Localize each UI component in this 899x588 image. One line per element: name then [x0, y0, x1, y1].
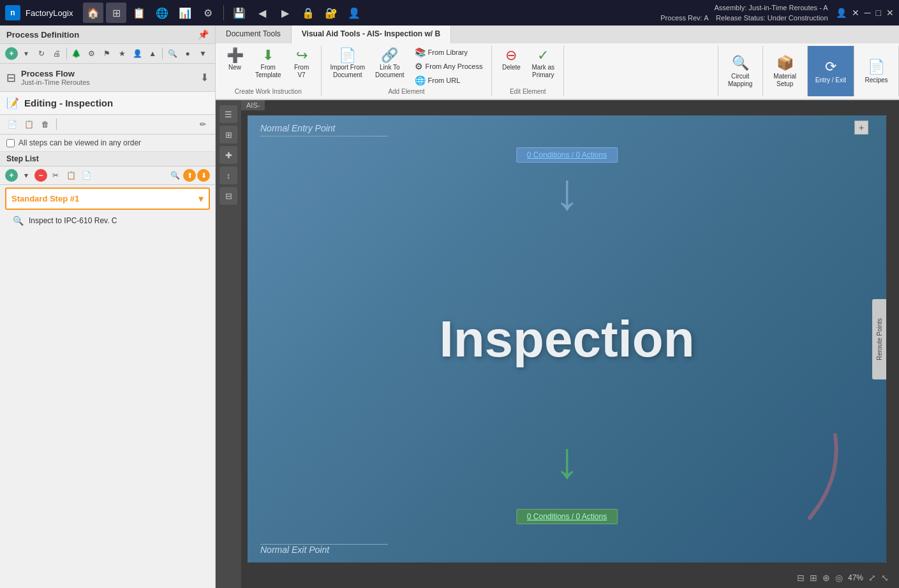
table-icon[interactable]: 📊	[175, 3, 195, 23]
vs-btn-4[interactable]: ↕	[219, 166, 237, 184]
zoom-icon-5[interactable]: ⤢	[868, 573, 876, 583]
recipes-button[interactable]: 📄 Recipes	[854, 46, 899, 96]
paste-icon[interactable]: 📄	[79, 168, 93, 182]
conditions-bar-top[interactable]: 0 Conditions / 0 Actions	[516, 147, 618, 163]
ribbon-tabs: Document Tools Visual Aid Tools - AIS- I…	[216, 26, 899, 43]
zoom-icon-3[interactable]: ⊕	[822, 573, 830, 583]
delete-step-icon[interactable]: 🗑	[38, 117, 52, 131]
editing-title: Editing - Inspection	[24, 98, 113, 108]
close-profile-icon[interactable]: ✕	[852, 8, 859, 18]
save-icon[interactable]: 💾	[229, 3, 249, 23]
delete-label: Delete	[502, 64, 521, 71]
from-any-process-button[interactable]: ⚙ From Any Process	[411, 60, 487, 73]
gear-icon[interactable]: ⚙	[198, 3, 218, 23]
toolbar-icons: 🏠 ⊞ 📋 🌐 📊 ⚙ 💾 ◀ ▶ 🔒 🔐 👤	[83, 3, 660, 23]
search-icon[interactable]: 🔍	[165, 47, 179, 61]
from-v7-button[interactable]: ↪ FromV7	[288, 46, 316, 82]
circuit-mapping-button[interactable]: 🔍 CircuitMapping	[718, 46, 763, 96]
down-icon[interactable]: ▼	[196, 47, 210, 61]
back-icon[interactable]: ◀	[252, 3, 272, 23]
remove-step-button[interactable]: −	[34, 169, 47, 182]
entry-exit-button[interactable]: ⟳ Entry / Exit	[808, 46, 854, 96]
zoom-icon-4[interactable]: ◎	[835, 573, 843, 583]
import-from-document-button[interactable]: 📄 Import FromDocument	[327, 46, 369, 82]
material-setup-button[interactable]: 📦 MaterialSetup	[763, 46, 808, 96]
person-icon[interactable]: 👤	[130, 47, 144, 61]
lock-icon[interactable]: 🔒	[298, 3, 318, 23]
step-item-expand-icon[interactable]: ▾	[198, 193, 204, 205]
zoom-icon-6[interactable]: ⤡	[881, 573, 889, 583]
canvas-add-button[interactable]: +	[854, 121, 868, 135]
import-label: Import FromDocument	[331, 64, 365, 79]
filter-icon[interactable]: ⚙	[85, 47, 99, 61]
user-icon[interactable]: 👤	[344, 3, 364, 23]
panel-header: Process Definition 📌	[0, 26, 215, 44]
home-icon[interactable]: 🏠	[83, 3, 103, 23]
star-icon[interactable]: ★	[115, 47, 129, 61]
down2-btn[interactable]: ⬇	[197, 169, 210, 182]
delete-button[interactable]: ⊖ Delete	[497, 46, 525, 74]
link-to-document-button[interactable]: 🔗 Link ToDocument	[371, 46, 408, 82]
circle-icon[interactable]: ●	[181, 47, 195, 61]
zoom-icon-1[interactable]: ⊟	[797, 573, 805, 583]
tree-icon[interactable]: 🌲	[70, 47, 84, 61]
dropdown-btn[interactable]: ▾	[19, 47, 33, 61]
forward-icon[interactable]: ▶	[275, 3, 295, 23]
refresh-icon[interactable]: ↻	[34, 47, 48, 61]
copy-step-icon[interactable]: 📋	[22, 117, 36, 131]
vs-btn-1[interactable]: ☰	[219, 105, 237, 123]
restore-icon[interactable]: □	[876, 8, 881, 18]
close-icon[interactable]: ✕	[886, 8, 894, 18]
from-library-button[interactable]: 📚 From Library	[411, 46, 487, 59]
print-icon[interactable]: 🖨	[50, 47, 64, 61]
sep3	[56, 119, 57, 130]
mark-as-primary-button[interactable]: ✓ Mark asPrimary	[528, 46, 558, 82]
edit-step-icon[interactable]: ✏	[196, 117, 210, 131]
any-order-checkbox[interactable]	[6, 139, 15, 147]
grid-icon[interactable]: ⊞	[106, 3, 126, 23]
new-step-icon[interactable]: 📄	[5, 117, 19, 131]
exit-line	[260, 544, 388, 545]
normal-exit-label: Normal Exit Point	[260, 545, 329, 555]
up-icon[interactable]: ▲	[145, 47, 160, 61]
vs-btn-2[interactable]: ⊞	[219, 126, 237, 143]
add-button[interactable]: +	[5, 47, 18, 60]
up2-btn[interactable]: ⬆	[183, 169, 196, 182]
clipboard-icon[interactable]: 📋	[129, 3, 149, 23]
from-url-button[interactable]: 🌐 From URL	[411, 74, 487, 87]
from-template-button[interactable]: ⬇ FromTemplate	[251, 46, 285, 82]
vs-btn-5[interactable]: ⊟	[219, 187, 237, 205]
tab-document-tools[interactable]: Document Tools	[216, 26, 292, 43]
add-step-button[interactable]: +	[5, 169, 18, 182]
expand-icon[interactable]: ⬇	[200, 71, 209, 84]
minimize-icon[interactable]: ─	[865, 8, 871, 18]
step-child-label: Inspect to IPC-610 Rev. C	[29, 216, 117, 225]
from-v7-label: FromV7	[294, 64, 309, 79]
copy-icon[interactable]: 📋	[64, 168, 78, 182]
zoom-icon-2[interactable]: ⊞	[810, 573, 817, 583]
lock2-icon[interactable]: 🔐	[321, 3, 341, 23]
vs-btn-3[interactable]: ✚	[219, 146, 237, 164]
pin-icon[interactable]: 📌	[198, 29, 209, 40]
step-dropdown-btn[interactable]: ▾	[19, 168, 33, 182]
user-profile-icon[interactable]: 👤	[836, 8, 847, 18]
new-button[interactable]: ➕ New	[221, 46, 249, 74]
process-flow-icon: ⊟	[6, 71, 16, 85]
flag-icon[interactable]: ⚑	[100, 47, 114, 61]
search2-icon[interactable]: 🔍	[168, 168, 182, 182]
conditions-bar-bottom[interactable]: 0 Conditions / 0 Actions	[516, 509, 618, 524]
ribbon: Document Tools Visual Aid Tools - AIS- I…	[216, 26, 899, 100]
reroute-points-tab[interactable]: Reroute Points	[872, 298, 886, 379]
cut-icon[interactable]: ✂	[48, 168, 63, 182]
step-item-1[interactable]: Standard Step #1 ▾	[5, 187, 210, 210]
down-arrow-blue: ↓	[554, 166, 580, 217]
globe-icon[interactable]: 🌐	[152, 3, 172, 23]
sep1	[223, 5, 224, 20]
editing-icon: 📝	[6, 97, 19, 109]
step-child-item[interactable]: 🔍 Inspect to IPC-610 Rev. C	[0, 212, 215, 229]
step-actions: 📄 📋 🗑 ✏	[0, 115, 215, 135]
tab-visual-aid-tools[interactable]: Visual Aid Tools - AIS- Inspection w/ B	[292, 26, 451, 43]
canvas-tab[interactable]: AIS-	[241, 100, 265, 110]
circuit-mapping-icon: 🔍	[732, 55, 749, 71]
zoom-value: 47%	[848, 573, 863, 582]
